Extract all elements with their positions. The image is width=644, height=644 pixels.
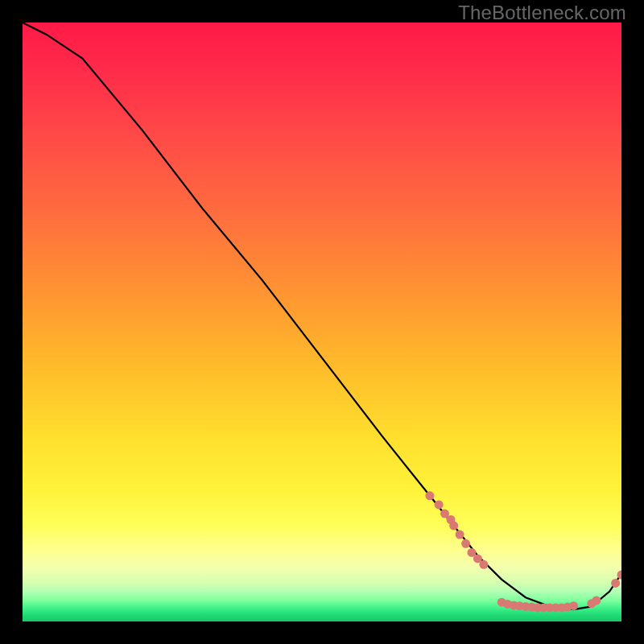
data-point <box>449 522 458 530</box>
data-point <box>435 500 444 509</box>
data-point <box>569 601 578 610</box>
plot-area <box>23 23 621 621</box>
data-point <box>592 597 601 605</box>
curve-path-group <box>23 23 621 609</box>
bottleneck-curve <box>23 23 621 609</box>
scatter-points <box>425 491 621 612</box>
data-point <box>461 539 470 548</box>
data-point <box>425 491 434 500</box>
chart-frame: TheBottleneck.com <box>0 0 644 644</box>
data-point <box>479 560 488 569</box>
curve-layer <box>23 23 621 621</box>
data-point <box>611 579 620 588</box>
watermark-label: TheBottleneck.com <box>458 2 626 24</box>
data-point <box>456 530 464 539</box>
